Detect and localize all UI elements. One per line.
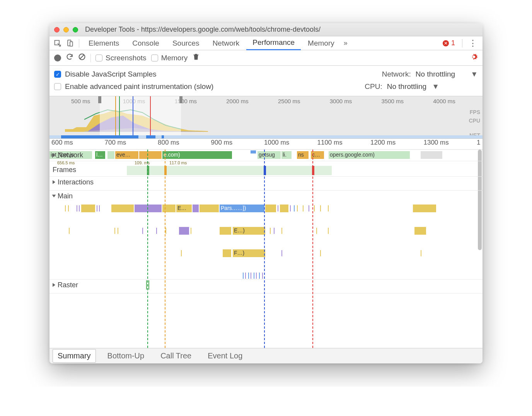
tab-console[interactable]: Console xyxy=(126,36,165,50)
console-error-badge[interactable]: ✕ 1 xyxy=(439,39,459,47)
error-icon: ✕ xyxy=(443,40,449,46)
frame-marker[interactable] xyxy=(312,166,314,175)
checkbox-checked-icon: ✓ xyxy=(54,71,61,78)
tab-performance[interactable]: Performance xyxy=(246,36,301,50)
frame-bar[interactable] xyxy=(127,166,332,175)
track-interactions-label: Interactions xyxy=(58,178,94,186)
cpu-label: CPU: xyxy=(365,82,382,91)
track-main[interactable]: Main E… Pars……]) xyxy=(49,191,483,280)
track-raster-label: Raster xyxy=(58,281,78,289)
disclosure-triangle-icon[interactable] xyxy=(53,180,55,184)
net-bar[interactable]: l… xyxy=(95,151,105,159)
net-bar[interactable]: getsug xyxy=(257,151,281,159)
checkbox-icon xyxy=(95,55,102,61)
enable-paint-label: Enable advanced paint instrumentation (s… xyxy=(65,82,213,91)
net-bar[interactable]: li. xyxy=(281,151,292,159)
net-bar[interactable]: e.com) xyxy=(162,151,232,159)
record-button[interactable] xyxy=(54,55,61,61)
svg-rect-2 xyxy=(70,41,73,46)
minimize-window-button[interactable] xyxy=(63,27,69,32)
track-frames[interactable]: Frames 656.5 ms 109. ms 117.0 ms xyxy=(49,161,483,177)
marker-orange xyxy=(115,96,116,135)
track-network-label: Network xyxy=(58,151,83,159)
disclosure-triangle-open-icon[interactable] xyxy=(52,195,56,198)
details-tab-event-log[interactable]: Event Log xyxy=(203,350,247,362)
chevron-down-icon: ▼ xyxy=(432,82,439,91)
details-tab-summary[interactable]: Summary xyxy=(53,349,96,363)
marker-green xyxy=(119,96,120,135)
frame-time-label: 117.0 ms xyxy=(169,160,187,165)
network-label: Network: xyxy=(382,70,411,78)
frame-bar[interactable] xyxy=(204,166,206,175)
disclosure-triangle-icon[interactable] xyxy=(53,153,55,157)
devtools-window: Developer Tools - https://developers.goo… xyxy=(49,23,483,363)
panel-tabstrip: Elements Console Sources Network Perform… xyxy=(49,36,483,50)
disable-js-label: Disable JavaScript Samples xyxy=(65,70,157,78)
track-network[interactable]: Network ipt_foot.js l… eve… e.com) getsu… xyxy=(49,150,483,161)
zoom-window-button[interactable] xyxy=(73,27,78,32)
inspect-element-icon[interactable] xyxy=(52,38,63,49)
flame-event[interactable]: F…) xyxy=(233,249,265,257)
close-window-button[interactable] xyxy=(54,27,60,32)
details-tab-call-tree[interactable]: Call Tree xyxy=(156,350,196,362)
net-bar[interactable] xyxy=(421,151,442,159)
track-raster[interactable]: Raster xyxy=(49,280,483,293)
track-main-label: Main xyxy=(58,192,73,200)
frame-bar[interactable] xyxy=(268,166,273,175)
flame-event[interactable]: E… xyxy=(176,205,192,212)
more-tabs-icon[interactable]: » xyxy=(341,39,350,47)
net-bar[interactable] xyxy=(251,150,256,153)
details-tab-bottom-up[interactable]: Bottom-Up xyxy=(103,350,149,362)
net-bar[interactable] xyxy=(139,151,162,159)
net-bar[interactable]: opers.google.com) xyxy=(329,151,410,159)
devtools-menu-icon[interactable]: ⋮ xyxy=(466,38,480,48)
frame-bar[interactable] xyxy=(200,166,203,175)
fps-label: FPS xyxy=(469,108,480,116)
overview-lane-labels: FPS CPU NET xyxy=(469,108,480,140)
clear-icon[interactable] xyxy=(78,53,86,63)
frame-time-label: 109. ms xyxy=(135,160,150,165)
garbage-collect-icon[interactable] xyxy=(192,53,200,63)
reload-record-icon[interactable] xyxy=(66,53,73,63)
error-count: 1 xyxy=(451,39,455,47)
frame-marker[interactable] xyxy=(164,166,167,175)
checkbox-icon xyxy=(151,55,158,61)
net-bar[interactable]: eve… xyxy=(115,151,138,159)
track-interactions[interactable]: Interactions xyxy=(49,177,483,191)
performance-toolbar: Screenshots Memory xyxy=(49,50,483,66)
overview-net-lane xyxy=(49,135,483,138)
timeline-overview[interactable]: 500 ms 1000 ms 1500 ms 2000 ms 2500 ms 3… xyxy=(49,96,483,139)
cpu-value: No throttling xyxy=(387,82,426,91)
tab-network[interactable]: Network xyxy=(206,36,246,50)
disable-js-samples-checkbox[interactable]: ✓ Disable JavaScript Samples xyxy=(54,70,157,78)
screenshots-label: Screenshots xyxy=(106,54,147,62)
flame-event[interactable]: E…) xyxy=(233,227,265,235)
tab-elements[interactable]: Elements xyxy=(82,36,125,50)
frame-marker[interactable] xyxy=(264,166,266,175)
divider xyxy=(90,54,91,62)
window-titlebar: Developer Tools - https://developers.goo… xyxy=(49,23,483,36)
marker-blue xyxy=(133,96,133,135)
overview-selection-window[interactable] xyxy=(100,96,181,138)
chevron-down-icon: ▼ xyxy=(471,70,478,78)
net-bar[interactable]: ns xyxy=(297,151,309,159)
window-title: Developer Tools - https://developers.goo… xyxy=(85,26,321,34)
disclosure-triangle-icon[interactable] xyxy=(53,283,55,287)
network-throttle-select[interactable]: No throttling ▼ xyxy=(416,70,478,78)
tab-memory[interactable]: Memory xyxy=(302,36,341,50)
frame-marker[interactable] xyxy=(147,166,149,175)
cpu-throttle-select[interactable]: No throttling ▼ xyxy=(387,82,439,91)
tab-sources[interactable]: Sources xyxy=(166,36,206,50)
toggle-device-icon[interactable] xyxy=(64,38,76,49)
flame-event[interactable]: Pars……]) xyxy=(220,205,264,212)
screenshots-checkbox[interactable]: Screenshots xyxy=(95,54,147,62)
enable-paint-instrumentation-checkbox[interactable]: Enable advanced paint instrumentation (s… xyxy=(54,82,213,91)
marker-red xyxy=(150,96,151,135)
detail-ruler: 600 ms 700 ms 800 ms 900 ms 1000 ms 1100… xyxy=(49,139,483,150)
frame-bar[interactable] xyxy=(274,166,278,175)
capture-settings-icon[interactable] xyxy=(470,53,478,63)
net-bar[interactable] xyxy=(107,151,114,159)
memory-checkbox[interactable]: Memory xyxy=(151,54,188,62)
flame-chart-area[interactable]: Network ipt_foot.js l… eve… e.com) getsu… xyxy=(49,150,483,348)
net-bar[interactable]: c… xyxy=(311,151,324,159)
